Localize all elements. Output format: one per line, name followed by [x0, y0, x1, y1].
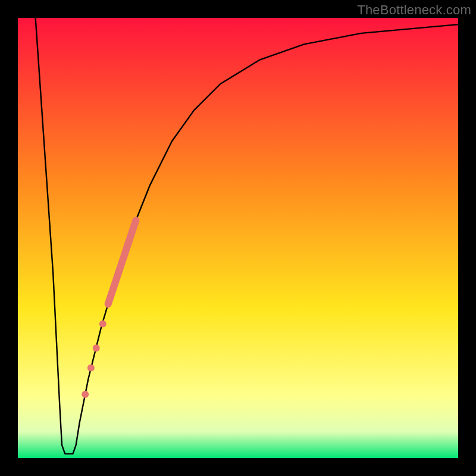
marker-dot — [87, 364, 95, 371]
marker-dot — [82, 391, 89, 398]
marker-dot — [99, 320, 107, 327]
bottleneck-chart — [0, 0, 476, 476]
chart-frame: { "watermark": "TheBottleneck.com", "col… — [0, 0, 476, 476]
marker-dot — [93, 345, 100, 352]
